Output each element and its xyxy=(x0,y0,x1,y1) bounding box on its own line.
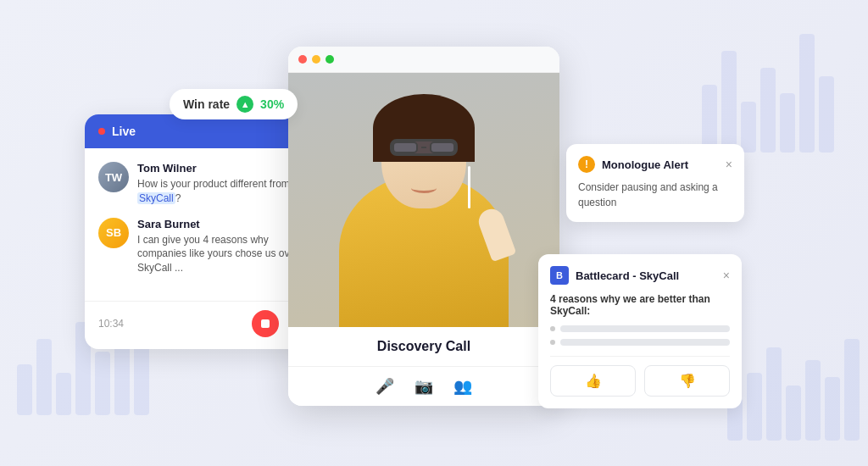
glasses-bridge xyxy=(421,147,427,148)
win-rate-badge: Win rate ▲ 30% xyxy=(170,89,298,119)
person-glasses xyxy=(390,139,458,156)
bullet-dot-1 xyxy=(550,326,555,331)
thumbdown-button[interactable]: 👎 xyxy=(644,365,730,397)
thumbup-button[interactable]: 👍 xyxy=(550,365,636,397)
bullet-dot-2 xyxy=(550,340,555,345)
chat-content-tom: Tom Wilner How is your product different… xyxy=(137,162,300,206)
battlecard-icon: B xyxy=(550,266,569,285)
chat-body: TW Tom Wilner How is your product differ… xyxy=(85,148,314,301)
stop-button[interactable] xyxy=(252,310,279,337)
mic-button[interactable]: 🎤 xyxy=(376,377,394,396)
chat-text-tom-before: How is your product different from xyxy=(137,178,290,190)
live-label: Live xyxy=(112,125,136,138)
video-panel: Discovery Call 🎤 📷 👥 xyxy=(288,47,559,406)
monologue-alert: ! Monologue Alert × Consider pausing and… xyxy=(566,144,744,222)
chat-text-sara: I can give you 4 reasons why companies l… xyxy=(137,233,300,275)
bullet-bar-2 xyxy=(560,339,730,346)
alert-title: Monologue Alert xyxy=(602,158,688,171)
earphone-wire xyxy=(468,166,470,208)
bg-bars-right2 xyxy=(727,339,860,441)
win-rate-percentage: 30% xyxy=(260,97,284,111)
person-smile xyxy=(411,183,437,193)
titlebar-maximize-dot[interactable] xyxy=(326,55,334,64)
video-titlebar xyxy=(288,47,559,73)
live-panel: Live TW Tom Wilner How is your product d… xyxy=(85,114,314,349)
battlecard-close-button[interactable]: × xyxy=(723,269,730,282)
alert-body-text: Consider pausing and asking a question xyxy=(578,180,732,210)
participants-button[interactable]: 👥 xyxy=(453,377,472,396)
call-controls: 🎤 📷 👥 xyxy=(288,366,559,406)
person-head xyxy=(381,107,466,208)
chat-name-tom: Tom Wilner xyxy=(137,162,300,175)
alert-warning-icon: ! xyxy=(578,156,595,173)
thumbup-icon: 👍 xyxy=(585,373,602,389)
video-area xyxy=(288,73,559,327)
bullet-2 xyxy=(550,339,730,346)
win-rate-label: Win rate xyxy=(183,97,230,111)
live-dot-icon xyxy=(98,128,105,135)
battlecard-footer: 👍 👎 xyxy=(550,356,730,397)
battlecard-title-row: B Battlecard - SkyCall xyxy=(550,266,679,285)
alert-title-row: ! Monologue Alert xyxy=(578,156,688,173)
battlecard: B Battlecard - SkyCall × 4 reasons why w… xyxy=(538,254,742,408)
camera-button[interactable]: 📷 xyxy=(415,377,433,396)
titlebar-close-dot[interactable] xyxy=(298,55,307,64)
battlecard-header: B Battlecard - SkyCall × xyxy=(550,266,730,285)
call-info: Discovery Call xyxy=(288,327,559,366)
chat-message-tom: TW Tom Wilner How is your product differ… xyxy=(98,162,300,206)
video-bg xyxy=(288,73,559,327)
titlebar-minimize-dot[interactable] xyxy=(312,55,320,64)
bullet-1 xyxy=(550,325,730,332)
chat-text-tom: How is your product different from SkyCa… xyxy=(137,177,300,206)
live-header: Live xyxy=(85,114,314,148)
chat-text-tom-after: ? xyxy=(175,192,181,204)
avatar-tom: TW xyxy=(98,162,129,192)
call-title: Discovery Call xyxy=(377,339,470,353)
chat-content-sara: Sara Burnet I can give you 4 reasons why… xyxy=(137,218,300,275)
chat-name-sara: Sara Burnet xyxy=(137,218,300,230)
win-rate-arrow-icon: ▲ xyxy=(236,96,253,113)
avatar-sara: SB xyxy=(98,218,129,248)
chat-highlight-skycall: SkyCall xyxy=(137,192,175,204)
alert-header: ! Monologue Alert × xyxy=(578,156,732,173)
glasses-left xyxy=(392,141,418,153)
thumbdown-icon: 👎 xyxy=(679,373,696,389)
battlecard-title: Battlecard - SkyCall xyxy=(576,269,679,282)
scene: Win rate ▲ 30% Live TW Tom Wilner How is… xyxy=(0,0,868,466)
bg-bars-right xyxy=(702,34,834,153)
chat-time: 10:34 xyxy=(98,318,124,330)
battlecard-subtitle: 4 reasons why we are better than SkyCall… xyxy=(550,293,730,317)
chat-footer: 10:34 ✏ xyxy=(85,301,314,349)
battlecard-bullets xyxy=(550,325,730,346)
stop-icon xyxy=(261,319,270,328)
alert-close-button[interactable]: × xyxy=(726,158,732,171)
glasses-right xyxy=(430,141,455,153)
chat-message-sara: SB Sara Burnet I can give you 4 reasons … xyxy=(98,218,300,275)
bullet-bar-1 xyxy=(560,325,730,332)
